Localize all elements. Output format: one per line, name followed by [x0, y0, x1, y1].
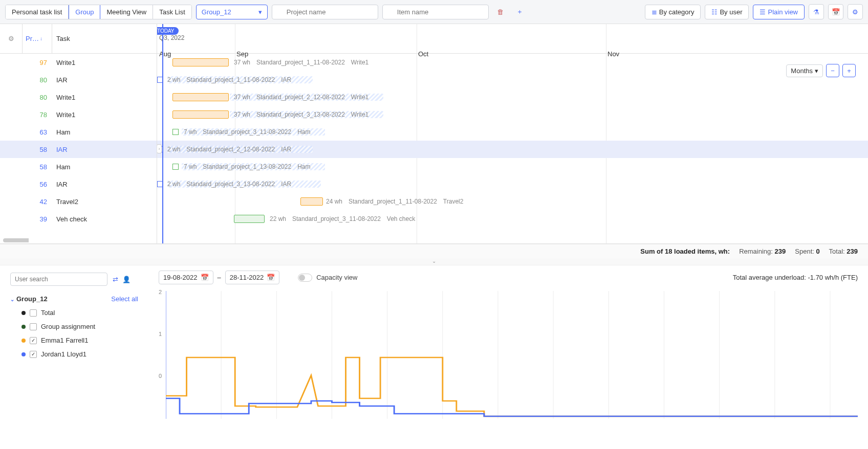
- task-row[interactable]: 58Ham: [0, 158, 157, 175]
- group-name-label: Group_12: [16, 295, 48, 303]
- tree-item[interactable]: Group assignment: [10, 323, 138, 330]
- date-to-picker[interactable]: 28-11-2022📅: [225, 271, 280, 284]
- by-user-button[interactable]: ☷By user: [705, 5, 749, 19]
- zoom-in-button[interactable]: +: [842, 64, 856, 77]
- gantt-row[interactable]: 37 whStandard_project_3_13-08-2022Write1: [157, 106, 868, 123]
- checkbox[interactable]: ✓: [30, 337, 37, 344]
- task-list-panel: ⚙ Pr… ↓ Task 97Write180IAR80Write178Writ…: [0, 24, 157, 243]
- gantt-row[interactable]: 2 whStandard_project_1_11-08-2022IAR: [157, 71, 868, 88]
- chevron-down-icon: ▾: [815, 67, 818, 75]
- item-search-wrap: 🔍: [382, 5, 489, 19]
- top-toolbar: Personal task list Group Meeting View Ta…: [0, 0, 868, 24]
- tab-tasklist[interactable]: Task List: [153, 5, 191, 19]
- by-category-button[interactable]: ≣By category: [645, 5, 701, 19]
- collapse-left-handle[interactable]: ›: [157, 144, 162, 153]
- h-scrollbar[interactable]: [3, 238, 154, 242]
- expand-icon[interactable]: ⇄: [113, 276, 118, 283]
- gantt-bar[interactable]: [172, 93, 229, 101]
- tab-group[interactable]: Group: [69, 5, 100, 19]
- settings-button[interactable]: ⚙: [848, 4, 863, 19]
- gantt-bar-label: 37 whStandard_project_2_12-08-2022Write1: [234, 94, 368, 101]
- gantt-bar[interactable]: [234, 215, 265, 223]
- checkbox[interactable]: [30, 323, 37, 330]
- summary-bar: Sum of 18 loaded items, wh: Remaining: 2…: [0, 244, 868, 258]
- gantt-row[interactable]: 7 whStandard_project_3_11-08-2022Ham: [157, 123, 868, 141]
- filter-button[interactable]: ⚗: [809, 4, 824, 19]
- task-name: IAR: [52, 181, 68, 188]
- gantt-chart[interactable]: TODAY Q3, 2022 Aug Sep Oct Nov 37 whStan…: [157, 24, 868, 243]
- tab-personal[interactable]: Personal task list: [6, 5, 69, 19]
- task-row[interactable]: 78Write1: [0, 106, 157, 123]
- collapse-handle[interactable]: ⌄: [0, 258, 868, 265]
- task-name: IAR: [52, 76, 68, 84]
- zoom-level-select[interactable]: Months ▾: [786, 64, 823, 77]
- task-row[interactable]: 58IAR: [0, 141, 157, 158]
- y-tick-0: 0: [159, 373, 162, 379]
- project-search-input[interactable]: [272, 5, 378, 19]
- gantt-bar[interactable]: [300, 197, 323, 206]
- plain-view-button[interactable]: ☰Plain view: [753, 5, 805, 19]
- gantt-bar[interactable]: [172, 110, 229, 119]
- task-row[interactable]: 80IAR: [0, 71, 157, 88]
- gantt-bar-label: 2 whStandard_project_1_11-08-2022IAR: [167, 76, 291, 83]
- add-button[interactable]: ＋: [512, 4, 528, 19]
- delete-button[interactable]: 🗑: [493, 4, 508, 19]
- checkbox[interactable]: [30, 309, 37, 317]
- gantt-bar-label: 22 whStandard_project_3_11-08-2022Veh ch…: [270, 215, 415, 222]
- tree-item[interactable]: ✓Emma1 Farrell1: [10, 336, 138, 344]
- task-row[interactable]: 63Ham: [0, 123, 157, 141]
- gantt-bar-label: 37 whStandard_project_1_11-08-2022Write1: [234, 59, 368, 66]
- tree-item[interactable]: ✓Jordan1 Lloyd1: [10, 350, 138, 358]
- date-row: 19-08-2022📅 – 28-11-2022📅 Capacity view …: [159, 271, 858, 284]
- col-pr[interactable]: Pr… ↓: [23, 24, 52, 53]
- calendar-icon: 📅: [201, 274, 209, 281]
- column-settings[interactable]: ⚙: [0, 24, 23, 53]
- gantt-bar[interactable]: [172, 129, 179, 135]
- total-value: 239: [847, 248, 858, 255]
- calendar-button[interactable]: 📅: [828, 4, 843, 19]
- gantt-bar[interactable]: [172, 164, 179, 170]
- tab-meeting[interactable]: Meeting View: [100, 5, 153, 19]
- capacity-toggle[interactable]: [298, 274, 312, 282]
- task-list-header: ⚙ Pr… ↓ Task: [0, 24, 157, 54]
- select-all-link[interactable]: Select all: [111, 295, 138, 303]
- sort-icon: ↓: [40, 36, 42, 41]
- gantt-row[interactable]: 22 whStandard_project_3_11-08-2022Veh ch…: [157, 210, 868, 228]
- task-name: Write1: [52, 94, 75, 101]
- filter-icon: ⚗: [813, 8, 819, 16]
- gantt-row[interactable]: 37 whStandard_project_1_11-08-2022Write1: [157, 54, 868, 71]
- tree-item[interactable]: Total: [10, 309, 138, 317]
- gantt-row[interactable]: 2 whStandard_project_2_12-08-2022IAR: [157, 141, 868, 158]
- gantt-bar[interactable]: [172, 58, 229, 66]
- tree-group-header[interactable]: ⌄Group_12 Select all: [10, 295, 138, 303]
- task-row[interactable]: 39Veh check: [0, 210, 157, 228]
- task-row[interactable]: 42Travel2: [0, 193, 157, 210]
- gantt-row[interactable]: 37 whStandard_project_2_12-08-2022Write1: [157, 88, 868, 106]
- person-icon[interactable]: 👤: [122, 276, 131, 283]
- gantt-row[interactable]: 2 whStandard_project_3_13-08-2022IAR: [157, 175, 868, 193]
- task-row[interactable]: 80Write1: [0, 88, 157, 106]
- date-from-picker[interactable]: 19-08-2022📅: [159, 271, 213, 284]
- task-priority: 80: [23, 76, 52, 84]
- view-tabs: Personal task list Group Meeting View Ta…: [5, 5, 192, 19]
- chart-series-line: [166, 357, 858, 416]
- user-tree: ⌄Group_12 Select all TotalGroup assignme…: [10, 295, 138, 358]
- col-task[interactable]: Task: [52, 24, 157, 53]
- checkbox[interactable]: ✓: [30, 351, 37, 358]
- total-label: Total:: [829, 248, 845, 255]
- gantt-row[interactable]: 24 whStandard_project_1_11-08-2022Travel…: [157, 193, 868, 210]
- list-icon: ☰: [760, 8, 766, 16]
- task-row[interactable]: 97Write1: [0, 54, 157, 71]
- y-tick-1: 1: [159, 331, 162, 337]
- group-select[interactable]: Group_12 ▾: [196, 5, 268, 19]
- zoom-out-button[interactable]: −: [826, 64, 839, 77]
- task-row[interactable]: 56IAR: [0, 175, 157, 193]
- task-priority: 63: [23, 128, 52, 136]
- capacity-chart-panel: 19-08-2022📅 – 28-11-2022📅 Capacity view …: [148, 265, 868, 419]
- gantt-row[interactable]: 7 whStandard_project_1_13-08-2022Ham: [157, 158, 868, 175]
- plus-icon: +: [847, 67, 851, 75]
- calendar-icon: 📅: [832, 8, 840, 16]
- gear-icon: ⚙: [852, 8, 858, 16]
- user-search-input[interactable]: [10, 273, 107, 286]
- item-search-input[interactable]: [382, 5, 489, 19]
